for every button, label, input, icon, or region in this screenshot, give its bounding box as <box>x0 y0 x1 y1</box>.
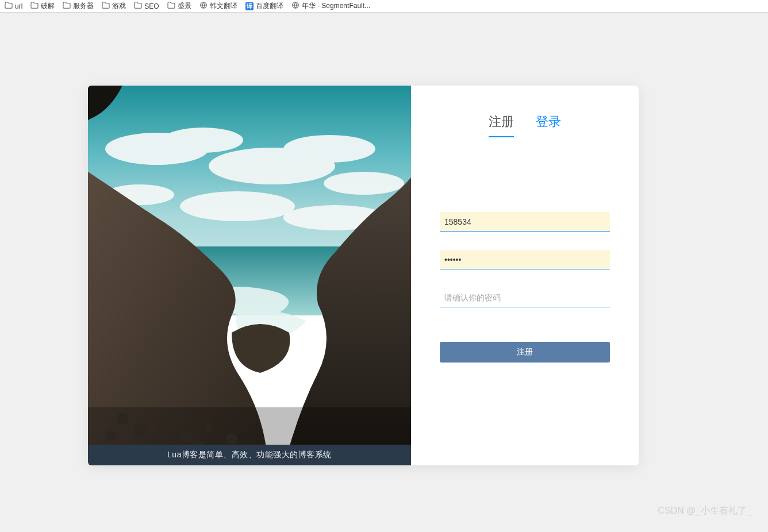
hero-image <box>88 86 411 448</box>
svg-rect-21 <box>88 407 411 448</box>
field-username <box>440 212 610 232</box>
username-input[interactable] <box>440 212 610 232</box>
bookmark-label: 年华 - SegmentFault... <box>302 1 370 11</box>
folder-icon <box>30 2 39 10</box>
bookmark-label: 韩文翻译 <box>210 1 237 11</box>
svg-point-6 <box>283 135 375 163</box>
bookmark-item[interactable]: 盛景 <box>167 1 191 11</box>
bookmark-label: 服务器 <box>73 1 94 11</box>
bookmark-label: url <box>15 2 22 10</box>
translate-icon: 译 <box>245 2 254 10</box>
auth-card: Lua博客是简单、高效、功能强大的博客系统 注册 登录 注册 <box>88 86 639 465</box>
globe-icon <box>199 1 208 11</box>
folder-icon <box>102 2 110 10</box>
folder-icon <box>167 2 175 10</box>
bookmark-item[interactable]: 破解 <box>30 1 55 11</box>
bookmark-label: 百度翻译 <box>256 1 283 11</box>
bookmark-item[interactable]: url <box>5 2 22 10</box>
form-panel: 注册 登录 注册 <box>411 86 639 465</box>
auth-tabs: 注册 登录 <box>440 113 610 137</box>
globe-icon <box>291 1 299 11</box>
bookmark-label: 盛景 <box>178 1 191 11</box>
watermark: CSDN @_小生有礼了_ <box>658 505 752 517</box>
bookmark-label: SEO <box>144 2 159 10</box>
field-password <box>440 250 610 269</box>
bookmark-item[interactable]: 年华 - SegmentFault... <box>291 1 370 11</box>
bookmark-item[interactable]: 服务器 <box>63 1 94 11</box>
submit-button[interactable]: 注册 <box>440 342 610 363</box>
svg-point-4 <box>163 128 243 153</box>
bookmark-item[interactable]: 韩文翻译 <box>199 1 237 11</box>
svg-point-9 <box>180 191 295 221</box>
bookmark-item[interactable]: 游戏 <box>102 1 126 11</box>
register-form: 注册 <box>440 212 610 363</box>
confirm-password-input[interactable] <box>440 288 610 307</box>
bookmark-label: 破解 <box>41 1 55 11</box>
tab-register[interactable]: 注册 <box>489 113 514 137</box>
svg-point-7 <box>324 172 404 195</box>
bookmark-item[interactable]: SEO <box>134 2 159 10</box>
bookmark-bar: url破解服务器游戏SEO盛景韩文翻译译百度翻译年华 - SegmentFaul… <box>0 0 768 13</box>
hero-panel: Lua博客是简单、高效、功能强大的博客系统 <box>88 86 411 465</box>
folder-icon <box>134 2 142 10</box>
password-input[interactable] <box>440 250 610 269</box>
tab-login[interactable]: 登录 <box>536 113 561 137</box>
bookmark-label: 游戏 <box>112 1 126 11</box>
folder-icon <box>63 2 71 10</box>
field-confirm-password <box>440 288 610 307</box>
folder-icon <box>5 2 13 10</box>
bookmark-item[interactable]: 译百度翻译 <box>245 1 283 11</box>
hero-caption: Lua博客是简单、高效、功能强大的博客系统 <box>88 445 411 465</box>
